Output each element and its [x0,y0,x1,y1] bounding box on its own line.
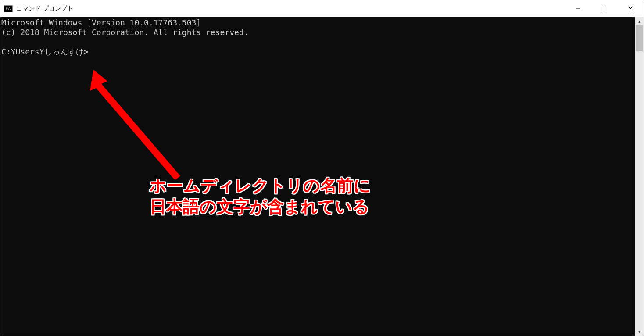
titlebar[interactable]: コマンド プロンプト [0,0,644,17]
scroll-down-arrow[interactable]: ▾ [635,328,644,336]
console-area: Microsoft Windows [Version 10.0.17763.50… [0,17,644,336]
minimize-button[interactable] [565,0,591,17]
svg-marker-4 [90,70,180,179]
console-prompt: C:¥Users¥しゅんすけ> [1,47,88,56]
scrollbar-thumb[interactable] [636,25,643,51]
annotation-text: ホームディレクトリの名前に 日本語の文字が含まれている [150,175,371,217]
maximize-button[interactable] [591,0,617,17]
arrow-annotation [88,70,189,179]
command-prompt-icon [4,5,13,12]
annotation-overlay: ホームディレクトリの名前に 日本語の文字が含まれている [0,17,635,336]
console-line: (c) 2018 Microsoft Corporation. All righ… [1,28,249,37]
command-prompt-window: コマンド プロンプト Microsoft Windows [Version 10… [0,0,644,336]
console-output[interactable]: Microsoft Windows [Version 10.0.17763.50… [0,17,635,336]
svg-rect-1 [602,7,606,11]
window-title: コマンド プロンプト [16,5,565,13]
window-controls [565,0,644,17]
vertical-scrollbar[interactable]: ▴ ▾ [635,17,644,336]
scroll-up-arrow[interactable]: ▴ [635,17,644,25]
close-button[interactable] [617,0,644,17]
console-line: Microsoft Windows [Version 10.0.17763.50… [1,18,201,27]
